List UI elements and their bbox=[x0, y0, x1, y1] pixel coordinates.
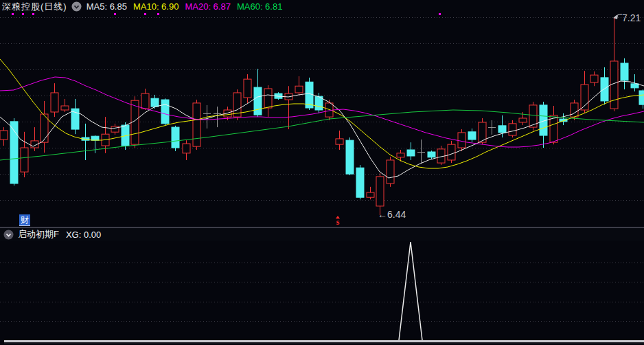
stock-chart-window: 深粮控股(日线) MA5: 6.85 MA10: 6.90 MA20: 6.87… bbox=[0, 0, 644, 345]
horizontal-scrollbar[interactable] bbox=[4, 340, 644, 344]
ma60-label: MA60: 6.81 bbox=[237, 1, 283, 12]
stock-title: 深粮控股(日线) bbox=[2, 1, 67, 13]
candlestick-chart-canvas[interactable] bbox=[0, 0, 644, 345]
indicator-xg-value: XG: 0.00 bbox=[66, 230, 101, 240]
sell-marker-letter: s bbox=[336, 219, 340, 225]
indicator-panel-header: 启动初期F XG: 0.00 bbox=[0, 227, 644, 241]
ma20-label: MA20: 6.87 bbox=[185, 1, 231, 12]
indicator-name[interactable]: 启动初期F bbox=[18, 228, 59, 241]
chevron-down-icon[interactable] bbox=[3, 230, 14, 240]
price-high-label: 7.21 bbox=[622, 12, 641, 23]
ma5-label: MA5: 6.85 bbox=[87, 1, 127, 12]
cai-finance-badge[interactable]: 财 bbox=[19, 214, 30, 226]
chevron-down-icon[interactable] bbox=[71, 1, 82, 12]
price-low-label: ←6.44 bbox=[378, 209, 406, 220]
main-chart-header: 深粮控股(日线) MA5: 6.85 MA10: 6.90 MA20: 6.87… bbox=[2, 1, 288, 12]
ma10-label: MA10: 6.90 bbox=[133, 1, 179, 12]
sell-signal-marker: s bbox=[334, 216, 342, 225]
